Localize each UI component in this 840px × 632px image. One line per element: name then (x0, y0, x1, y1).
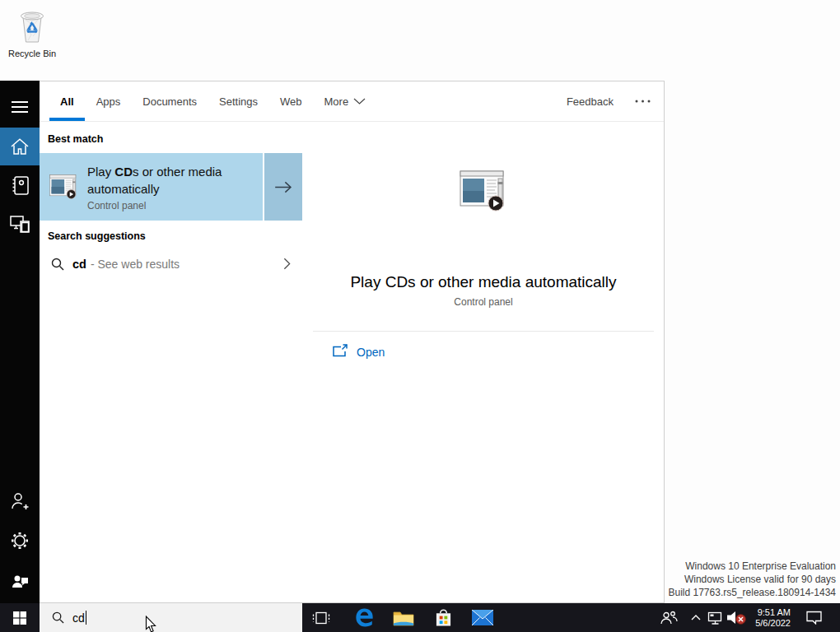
sidebar-item-devices[interactable] (0, 205, 40, 243)
expand-result-button[interactable] (264, 153, 302, 221)
action-center-icon (806, 611, 822, 625)
tab-all[interactable]: All (60, 81, 74, 121)
feedback-label: Feedback (567, 95, 614, 108)
file-explorer-icon (393, 610, 414, 626)
tab-web-label: Web (280, 95, 302, 108)
suggestion-query: cd (72, 258, 86, 271)
hamburger-icon (12, 101, 28, 113)
clock-time: 9:51 AM (758, 607, 791, 618)
windows-watermark: Windows 10 Enterprise Evaluation Windows… (669, 560, 837, 599)
taskbar-search-box[interactable]: cd (40, 603, 302, 632)
divider (313, 331, 654, 332)
feedback-button[interactable]: Feedback (567, 81, 614, 121)
suggestion-hint: - See web results (91, 258, 180, 271)
file-explorer-button[interactable] (385, 603, 422, 632)
person-add-icon (10, 491, 30, 511)
people-button[interactable] (658, 603, 679, 632)
autoplay-icon (49, 174, 78, 199)
mail-icon (472, 610, 493, 625)
edge-icon (353, 606, 376, 629)
sidebar-item-account[interactable] (0, 482, 40, 520)
sidebar-item-home[interactable] (0, 128, 40, 165)
text-caret (86, 611, 86, 625)
task-view-button[interactable] (303, 603, 339, 632)
people-icon (660, 611, 678, 625)
network-icon (707, 611, 723, 625)
tab-settings-label: Settings (219, 95, 258, 108)
search-flyout: All Apps Documents Settings Web More Fee… (40, 81, 665, 603)
home-icon (11, 138, 29, 155)
watermark-line-1: Windows 10 Enterprise Evaluation (669, 560, 837, 573)
recycle-bin-label: Recycle Bin (7, 49, 58, 58)
chevron-up-icon (691, 615, 701, 620)
recycle-bin-shortcut[interactable]: Recycle Bin (7, 7, 58, 58)
volume-button[interactable] (725, 603, 748, 632)
search-sidebar (0, 81, 40, 603)
result-title-pre: Play (87, 165, 114, 179)
preview-title: Play CDs or other media automatically (302, 273, 665, 291)
tab-documents-label: Documents (142, 95, 197, 108)
best-match-result[interactable]: Play CDs or other media automatically Co… (40, 153, 263, 221)
tab-web[interactable]: Web (280, 81, 302, 121)
watermark-line-3: Build 17763.rs5_release.180914-1434 (669, 586, 837, 599)
autoplay-icon-large (302, 170, 665, 211)
preview-subtitle: Control panel (302, 296, 665, 308)
desktop: Recycle Bin Windows 10 Enterprise Evalua… (0, 0, 840, 632)
mail-button[interactable] (464, 603, 501, 632)
feedback-person-icon (11, 571, 29, 589)
start-button[interactable] (0, 603, 40, 632)
watermark-line-2: Windows License valid for 90 days (669, 573, 837, 586)
menu-button[interactable] (0, 92, 40, 122)
taskbar: cd 9:51 AM 5/6/2 (0, 603, 840, 632)
mouse-cursor (145, 616, 156, 632)
arrow-right-icon (274, 181, 293, 193)
search-suggestions-header: Search suggestions (48, 230, 146, 242)
gear-icon (10, 531, 30, 551)
chevron-right-icon (283, 258, 291, 270)
result-title-match: CD (114, 165, 133, 179)
open-external-icon (333, 344, 348, 360)
sidebar-item-journal[interactable] (0, 166, 40, 204)
tab-more[interactable]: More (324, 81, 366, 121)
search-icon (52, 611, 64, 624)
action-center-button[interactable] (800, 603, 827, 632)
taskbar-clock[interactable]: 9:51 AM 5/6/2022 (748, 603, 791, 632)
chevron-down-icon (353, 98, 366, 105)
sidebar-item-settings[interactable] (0, 522, 40, 560)
preview-pane: Play CDs or other media automatically Co… (302, 122, 665, 604)
result-title: Play CDs or other media automatically (87, 163, 256, 198)
journal-icon (12, 176, 29, 195)
tab-more-label: More (324, 95, 349, 108)
search-input-value: cd (72, 611, 85, 625)
volume-error-icon (726, 610, 747, 625)
best-match-header: Best match (48, 133, 103, 145)
recycle-bin-icon (16, 33, 49, 47)
devices-icon (10, 216, 30, 233)
tab-settings[interactable]: Settings (219, 81, 258, 121)
tab-all-label: All (60, 95, 74, 108)
network-button[interactable] (705, 603, 725, 632)
clock-date: 5/6/2022 (755, 618, 791, 629)
store-icon (435, 608, 452, 628)
search-icon (51, 258, 64, 271)
search-filter-tabs: All Apps Documents Settings Web More Fee… (40, 81, 664, 122)
task-view-icon (312, 611, 330, 625)
windows-logo-icon (13, 611, 26, 625)
store-button[interactable] (425, 603, 461, 632)
tab-apps[interactable]: Apps (96, 81, 121, 121)
tray-overflow-button[interactable] (688, 603, 703, 632)
more-options-button[interactable] (635, 81, 651, 121)
result-subtitle: Control panel (87, 200, 256, 211)
suggestion-row[interactable]: cd - See web results (40, 249, 302, 279)
edge-button[interactable] (346, 603, 382, 632)
sidebar-item-feedback[interactable] (0, 561, 40, 599)
open-command[interactable]: Open (333, 344, 385, 360)
open-label: Open (357, 346, 385, 359)
ellipsis-icon (635, 100, 651, 103)
tab-documents[interactable]: Documents (142, 81, 197, 121)
tab-apps-label: Apps (96, 95, 121, 108)
